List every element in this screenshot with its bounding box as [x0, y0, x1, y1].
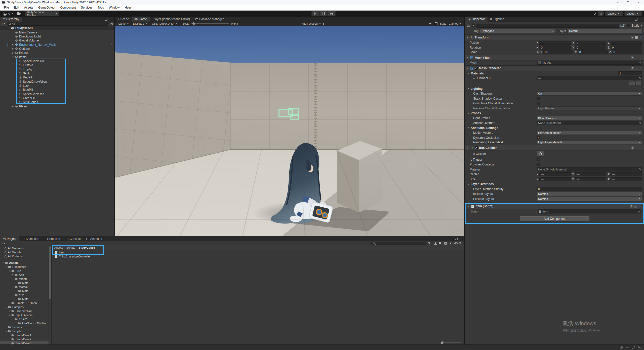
project-folder-scripts[interactable]: ▼Scripts	[0, 329, 51, 333]
help-icon[interactable]: ?	[631, 146, 634, 150]
hierarchy-item-items[interactable]: ▼Items	[0, 55, 114, 59]
create-asset-button[interactable]: +▼	[1, 241, 6, 245]
project-folder-cinemachine[interactable]: ▶Cinemachine	[0, 309, 51, 313]
object-picker-icon[interactable]: ⊙	[638, 121, 642, 125]
additional-settings-foldout[interactable]: ▼Additional Settings	[465, 125, 644, 130]
rotation-x-field[interactable]: 0	[539, 46, 571, 50]
breadcrumb-studycase3[interactable]: StudyCase3	[78, 246, 95, 249]
foldout-arrow-icon[interactable]: ▼	[8, 27, 11, 29]
tab-animator[interactable]: Animator	[84, 236, 105, 241]
account-avatar-icon[interactable]	[3, 12, 7, 16]
hierarchy-item-redpill[interactable]: RedPill	[0, 75, 114, 79]
label-filter-icon[interactable]	[439, 242, 442, 245]
tab-lighting[interactable]: Lighting	[488, 17, 507, 22]
object-picker-icon[interactable]: ⊙	[638, 168, 642, 171]
minimize-button[interactable]: –	[612, 0, 623, 5]
object-picker-icon[interactable]: ⊙	[637, 210, 641, 213]
foldout-arrow-icon[interactable]: ▶	[11, 43, 15, 46]
hierarchy-item-friends[interactable]: ▶Friends	[0, 51, 114, 55]
project-folder-on-screen-contro[interactable]: On-Screen Contro	[0, 321, 51, 325]
project-search-input[interactable]	[371, 242, 426, 245]
position-z-field[interactable]: —	[611, 41, 642, 45]
hierarchy-search-input[interactable]: All	[7, 22, 109, 26]
project-folder-aris[interactable]: ▶Aris	[0, 273, 51, 277]
materials-foldout[interactable]: ▼Materials 1	[465, 71, 644, 76]
position-x-field[interactable]: —	[539, 41, 571, 45]
project-folder-studycase2[interactable]: StudyCase2	[0, 337, 51, 341]
foldout-arrow-icon[interactable]: ▶	[11, 105, 15, 107]
preset-icon[interactable]	[635, 147, 638, 149]
stats-toggle[interactable]: Stats	[440, 22, 446, 25]
mesh-object-field[interactable]: FirstAid ⊙	[537, 61, 642, 65]
lighting-foldout[interactable]: ▼Lighting	[465, 86, 644, 91]
menu-edit[interactable]: Edit	[11, 5, 22, 11]
project-folder-simpleurptoon[interactable]: SimpleURPToon	[0, 301, 51, 305]
project-folder-fbx[interactable]: ▼FBX	[0, 269, 51, 273]
lock-icon[interactable]	[455, 239, 458, 240]
kebab-menu-icon[interactable]: ⋮	[109, 18, 112, 21]
foldout-arrow-icon[interactable]: ▼	[8, 270, 11, 272]
tag-dropdown[interactable]: Untagged▼	[480, 29, 555, 33]
version-control-dropdown[interactable]: Unity Version Control▼	[25, 11, 59, 16]
project-tree-scrollbar[interactable]: ▼	[49, 245, 51, 344]
box-collider-enabled-checkbox[interactable]: ✓	[475, 146, 478, 149]
play-button[interactable]	[311, 11, 319, 16]
hierarchy-item-player[interactable]: ▶Player	[0, 104, 114, 108]
drag-handle-icon[interactable]: =	[473, 76, 475, 80]
hierarchy-item-studycase3[interactable]: ▼StudyCase3⋮	[0, 26, 114, 30]
kebab-menu-icon[interactable]: ⋮	[639, 56, 642, 59]
project-folder-resources[interactable]: ▼Resources	[0, 265, 51, 269]
mute-audio-icon[interactable]	[429, 22, 432, 25]
edit-collider-button[interactable]	[537, 151, 544, 157]
add-component-button[interactable]: Add Component	[520, 216, 589, 221]
project-folder-1.14.2[interactable]: ▼1.14.2	[0, 317, 51, 321]
project-folder-scenes[interactable]: Scenes	[0, 325, 51, 329]
hierarchy-item-firstaid[interactable]: FirstAid	[0, 63, 114, 67]
undo-history-icon[interactable]: ↺	[593, 12, 596, 16]
debug-icon[interactable]	[322, 22, 325, 25]
layer-dropdown[interactable]: Default▼	[568, 29, 642, 33]
preset-icon[interactable]	[635, 67, 638, 69]
foldout-arrow-icon[interactable]: ▼	[5, 266, 8, 268]
layer-override-priority-field[interactable]: 0	[537, 187, 642, 191]
center-y-field[interactable]: —	[575, 172, 606, 176]
provides-contacts-checkbox[interactable]	[537, 163, 540, 166]
physic-material-field[interactable]: None (Physic Material) ⊙	[537, 167, 642, 171]
layout-dropdown[interactable]: Layout▼	[624, 11, 642, 16]
position-y-field[interactable]: 2	[575, 41, 606, 45]
hierarchy-item-directional light[interactable]: Directional Light	[0, 34, 114, 38]
debugger-disabled-icon[interactable]: ⊘	[620, 346, 623, 349]
icon-size-knob[interactable]	[441, 341, 444, 344]
asset-thirdcharactercontroller[interactable]: #ThirdCharacterController	[52, 254, 464, 258]
foldout-arrow-icon[interactable]: ▼	[5, 330, 8, 332]
kebab-menu-icon[interactable]: ⋮	[639, 36, 642, 39]
is-trigger-checkbox[interactable]: ✓	[537, 158, 540, 161]
light-probes-dropdown[interactable]: Blend Probes▼	[537, 116, 642, 120]
hierarchy-item-speedchevred[interactable]: SpeedChevRed	[0, 92, 114, 96]
project-folder-assets[interactable]: ▼Assets	[0, 261, 51, 265]
hierarchy-item-trophy[interactable]: Trophy	[0, 67, 114, 71]
project-folder-mats[interactable]: Mats	[0, 281, 51, 285]
center-x-field[interactable]: —	[539, 172, 571, 176]
static-shadow-caster-checkbox[interactable]	[537, 97, 540, 100]
active-checkbox[interactable]: ✓	[472, 24, 475, 27]
tab-hierarchy[interactable]: ☰ Hierarchy	[0, 17, 22, 22]
help-icon[interactable]: ?	[631, 67, 634, 70]
cloud-icon[interactable]	[17, 13, 21, 15]
rotation-y-field[interactable]: 0	[575, 46, 606, 50]
object-picker-icon[interactable]: ⊙	[638, 77, 642, 80]
scale-y-field[interactable]: 0.5	[578, 50, 608, 54]
kebab-menu-icon[interactable]: ⋮	[639, 146, 642, 150]
hierarchy-item-main camera[interactable]: Main Camera	[0, 30, 114, 34]
item-script-component-header[interactable]: ▼ # Item (Script) ? ⋮	[466, 204, 643, 209]
mesh-renderer-enabled-checkbox[interactable]: ✓	[475, 67, 478, 70]
scale-slider[interactable]	[191, 23, 229, 24]
project-folder-studycase1[interactable]: StudyCase1	[0, 333, 51, 337]
object-picker-icon[interactable]: ⊙	[638, 61, 642, 64]
tab-game[interactable]: Game	[132, 17, 150, 22]
foldout-arrow-icon[interactable]: ▶	[11, 48, 15, 50]
include-layers-dropdown[interactable]: Nothing▼	[537, 192, 642, 196]
menu-services[interactable]: Services	[78, 5, 95, 11]
hierarchy-item-outline[interactable]: ▶OutLine	[0, 47, 114, 51]
prefab-open-chevron-icon[interactable]: ›	[111, 43, 112, 46]
